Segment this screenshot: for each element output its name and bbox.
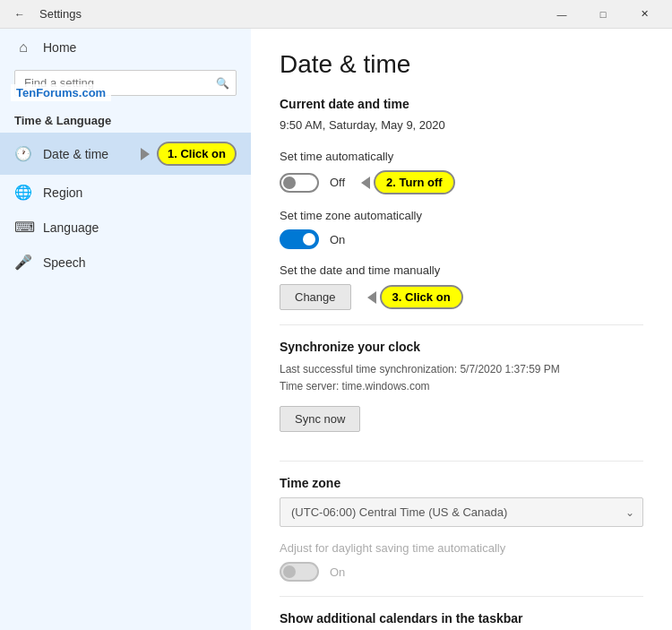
sync-info: Last successful time synchronization: 5/… <box>280 361 643 395</box>
set-time-auto-row: Set time automatically Off 2. Turn off <box>280 150 643 194</box>
sidebar-item-home[interactable]: ⌂ Home <box>0 29 251 66</box>
divider-1 <box>280 324 643 325</box>
annotation-3-container: 3. Click on <box>367 285 463 309</box>
set-timezone-auto-state: On <box>330 233 345 246</box>
set-time-auto-label: Set time automatically <box>280 150 643 163</box>
annotation-1-arrow <box>141 148 150 160</box>
timezone-section-header: Time zone <box>280 476 643 490</box>
sync-info-line1: Last successful time synchronization: 5/… <box>280 361 643 378</box>
timezone-select[interactable]: (UTC-06:00) Central Time (US & Canada) <box>280 497 643 527</box>
home-icon: ⌂ <box>14 39 32 56</box>
sidebar-item-label-speech: Speech <box>43 255 85 270</box>
content-area: Date & time Current date and time 9:50 A… <box>251 29 672 630</box>
current-time-display: 9:50 AM, Saturday, May 9, 2020 <box>280 118 643 132</box>
toggle-knob <box>283 177 296 189</box>
sidebar: TenForums.com ⌂ Home 🔍 Time & Language 🕐… <box>0 29 251 630</box>
search-input[interactable] <box>14 70 237 96</box>
manual-datetime-label: Set the date and time manually <box>280 263 643 277</box>
daylight-toggle-row: On <box>280 562 643 582</box>
daylight-state: On <box>330 565 345 579</box>
manual-datetime-row: Set the date and time manually Change 3.… <box>280 263 643 310</box>
settings-window: ← Settings — □ ✕ TenForums.com ⌂ Home 🔍 … <box>0 0 672 630</box>
language-icon: ⌨ <box>14 219 32 236</box>
daylight-toggle-knob <box>283 565 296 578</box>
additional-cal-header: Show additional calendars in the taskbar <box>280 611 643 626</box>
search-icon: 🔍 <box>216 77 229 90</box>
annotation-2-container: 2. Turn off <box>361 170 455 194</box>
window-title: Settings <box>39 7 82 21</box>
set-timezone-auto-label: Set time zone automatically <box>280 209 643 222</box>
set-timezone-auto-toggle[interactable] <box>280 229 319 249</box>
set-timezone-toggle-row: On <box>280 229 643 249</box>
sidebar-item-speech[interactable]: 🎤 Speech <box>0 245 251 280</box>
sync-now-button[interactable]: Sync now <box>280 406 360 432</box>
sidebar-search-container: 🔍 <box>14 70 237 96</box>
sidebar-item-label-date-time: Date & time <box>43 147 108 161</box>
daylight-row: Adjust for daylight saving time automati… <box>280 541 643 582</box>
sidebar-item-label-language: Language <box>43 220 99 235</box>
annotation-3-bubble: 3. Click on <box>380 285 463 309</box>
sidebar-item-region[interactable]: 🌐 Region <box>0 175 251 210</box>
annotation-2-arrow <box>361 177 370 189</box>
divider-2 <box>280 461 643 462</box>
sidebar-item-language[interactable]: ⌨ Language <box>0 210 251 245</box>
daylight-label: Adjust for daylight saving time automati… <box>280 541 643 555</box>
annotation-1-bubble: 1. Click on <box>157 142 237 166</box>
set-time-auto-toggle-row: Off 2. Turn off <box>280 170 643 194</box>
page-title: Date & time <box>280 50 643 79</box>
main-layout: TenForums.com ⌂ Home 🔍 Time & Language 🕐… <box>0 29 672 630</box>
date-time-icon: 🕐 <box>14 145 32 162</box>
annotation-3-arrow <box>367 291 376 304</box>
region-icon: 🌐 <box>14 184 32 201</box>
sync-info-line2: Time server: time.windows.com <box>280 378 643 395</box>
maximize-button[interactable]: □ <box>582 0 624 29</box>
divider-3 <box>280 596 643 597</box>
set-time-auto-state: Off <box>330 176 345 189</box>
sidebar-section-title: Time & Language <box>0 107 251 133</box>
toggle-knob-tz <box>303 233 315 246</box>
minimize-button[interactable]: — <box>541 0 582 29</box>
annotation-1-container: 1. Click on <box>141 142 237 166</box>
home-label: Home <box>43 40 76 55</box>
speech-icon: 🎤 <box>14 254 32 271</box>
daylight-toggle[interactable] <box>280 562 319 582</box>
set-timezone-auto-row: Set time zone automatically On <box>280 209 643 249</box>
change-button[interactable]: Change <box>280 284 351 310</box>
close-button[interactable]: ✕ <box>624 0 665 29</box>
window-controls: — □ ✕ <box>541 0 665 29</box>
titlebar: ← Settings — □ ✕ <box>0 0 672 29</box>
sync-section-header: Synchronize your clock <box>280 340 643 354</box>
annotation-2-bubble: 2. Turn off <box>374 170 455 194</box>
change-btn-row: Change 3. Click on <box>280 284 643 310</box>
current-section-header: Current date and time <box>280 97 643 111</box>
set-time-auto-toggle[interactable] <box>280 173 319 193</box>
sidebar-item-label-region: Region <box>43 186 82 200</box>
timezone-dropdown-wrapper: (UTC-06:00) Central Time (US & Canada) ⌄ <box>280 497 643 527</box>
back-button[interactable]: ← <box>7 2 32 27</box>
sidebar-item-date-time[interactable]: 🕐 Date & time 1. Click on <box>0 133 251 175</box>
